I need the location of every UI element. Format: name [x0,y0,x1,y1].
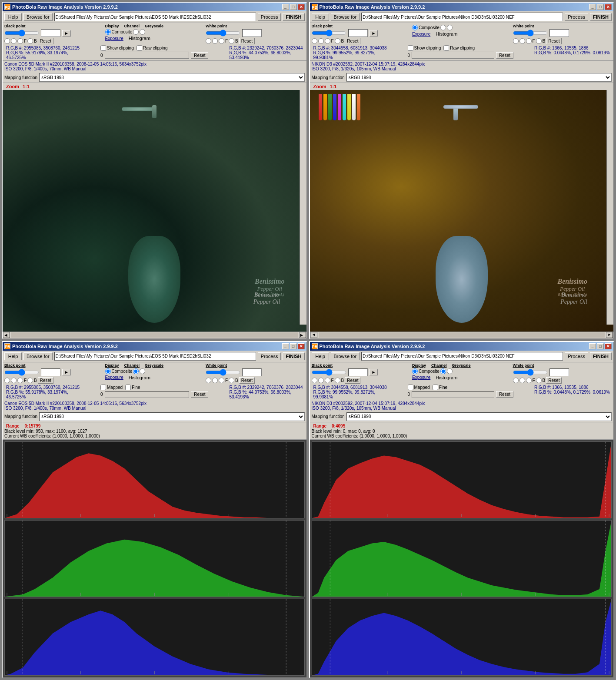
black-value-tr[interactable]: 0 [348,29,368,37]
process-br[interactable]: Process [565,352,588,360]
help-btn-tr[interactable]: Help [312,13,329,21]
help-button[interactable]: Help [4,13,22,21]
process-bl[interactable]: Process [258,352,281,360]
mapping-sel-tr[interactable]: sRGB 1998 [346,73,612,82]
scrollbar-h-tr[interactable]: ◄ ► [310,332,614,338]
black-sl-bl[interactable] [4,370,39,375]
white-sl-br[interactable] [513,370,548,375]
wp-br-r2[interactable] [519,378,525,383]
bp-br-r2[interactable] [318,378,324,383]
reset-btn-tr[interactable]: Reset [496,52,513,59]
white-val-bl[interactable]: 15800 [242,368,262,376]
comp-bl[interactable] [105,368,111,374]
wp-tr-r3[interactable] [526,38,532,44]
mapped-cb-br[interactable] [408,385,413,390]
black-val-br[interactable]: 0 [348,368,368,376]
fine-cb-bl[interactable] [125,385,131,390]
reset-prog-br[interactable]: Reset [496,391,513,398]
wp-radio3[interactable] [219,38,224,44]
grey-bl-r[interactable] [140,368,145,374]
wp-radio4[interactable] [229,38,234,44]
black-val-bl[interactable]: 950 [41,368,60,376]
bp-radio3[interactable] [17,38,23,44]
bp-tr-r2[interactable] [318,38,324,44]
min-br[interactable]: _ [589,343,596,349]
map-sel-br[interactable]: sRGB 1998 [346,412,612,421]
bp-br-r1[interactable] [312,378,317,383]
hist-bl[interactable]: Histogram [129,375,150,380]
reset-black-tr[interactable]: Reset [345,38,360,44]
bp-tr-r4[interactable] [335,38,340,44]
minimize-btn-tr[interactable]: _ [589,4,596,10]
scrollbar-vertical-tl[interactable] [300,90,306,325]
browse-button[interactable]: Browse for [23,13,53,21]
reset-black-btn[interactable]: Reset [38,38,53,44]
reset-prog-bl[interactable]: Reset [191,391,208,398]
exp-bl[interactable]: Exposure [105,375,123,380]
channel-tr[interactable] [440,25,446,30]
black-arr-bl[interactable]: ► [62,369,71,375]
min-bl[interactable]: _ [282,343,289,349]
raw-clipping-checkbox[interactable] [137,45,142,51]
browse-btn-tr[interactable]: Browse for [331,13,360,21]
comp-br[interactable] [412,368,418,374]
finish-bl[interactable]: FINISH [283,352,304,360]
wp-br-r4[interactable] [536,378,542,383]
help-br[interactable]: Help [312,352,329,360]
bp-br-r3[interactable] [325,378,330,383]
histogram-btn-tr[interactable]: Histogram [436,31,457,36]
wp-tr-r4[interactable] [536,38,542,44]
hist-br[interactable]: Histogram [436,375,457,380]
composite-tr[interactable] [412,25,418,30]
bp-radio4[interactable] [27,38,33,44]
wp-radio1[interactable] [206,38,211,44]
wp-bl-r1[interactable] [206,378,211,383]
fine-cb-br[interactable] [433,385,438,390]
reset-btn[interactable]: Reset [191,52,208,59]
grey-tr[interactable] [447,25,453,30]
path-input-tr[interactable] [361,13,563,21]
bp-radio2[interactable] [11,38,17,44]
black-point-arrow[interactable]: ► [62,30,71,36]
bp-bl-r1[interactable] [4,378,10,383]
minimize-button[interactable]: _ [282,4,289,10]
bp-bl-r2[interactable] [11,378,17,383]
white-val-br[interactable]: 4096 [549,368,569,376]
black-point-value[interactable]: 950 [41,29,60,37]
white-point-slider[interactable] [206,30,240,36]
white-value-tr[interactable]: 4096 [549,29,569,37]
black-point-slider[interactable] [4,30,39,36]
reset-w-bl[interactable]: Reset [239,377,255,384]
maximize-btn-tr[interactable]: □ [597,4,604,10]
exposure-btn-tr[interactable]: Exposure [412,32,430,36]
path-br[interactable] [361,352,563,361]
exposure-btn[interactable]: Exposure [105,36,123,41]
raw-clip-cb-tr[interactable] [443,45,449,51]
wp-bl-r3[interactable] [219,378,224,383]
mapping-select[interactable]: sRGB 1998 [39,73,304,82]
path-input[interactable] [54,13,256,21]
black-arr-br[interactable]: ► [370,369,378,375]
help-bl[interactable]: Help [4,352,22,360]
composite-radio[interactable] [105,29,111,35]
reset-white-tr[interactable]: Reset [546,38,562,44]
browse-bl[interactable]: Browse for [23,352,53,360]
wp-tr-r1[interactable] [513,38,519,44]
reset-br[interactable]: Reset [345,377,360,384]
scrollbar-v-tr[interactable] [606,90,613,325]
close-button[interactable]: ✕ [298,4,305,10]
map-sel-bl[interactable]: sRGB 1998 [39,412,304,421]
bp-tr-r1[interactable] [312,38,317,44]
black-slider-tr[interactable] [312,30,346,36]
close-br[interactable]: ✕ [605,343,612,349]
wp-br-r1[interactable] [513,378,519,383]
ch-bl-r[interactable] [133,368,139,374]
show-clip-cb-tr[interactable] [408,45,413,51]
channel-radio[interactable] [133,29,139,35]
finish-br[interactable]: FINISH [590,352,612,360]
black-sl-br[interactable] [312,370,346,375]
mapped-cb-bl[interactable] [100,385,106,390]
close-bl[interactable]: ✕ [298,343,305,349]
wp-radio2[interactable] [212,38,218,44]
wp-bl-r4[interactable] [229,378,234,383]
